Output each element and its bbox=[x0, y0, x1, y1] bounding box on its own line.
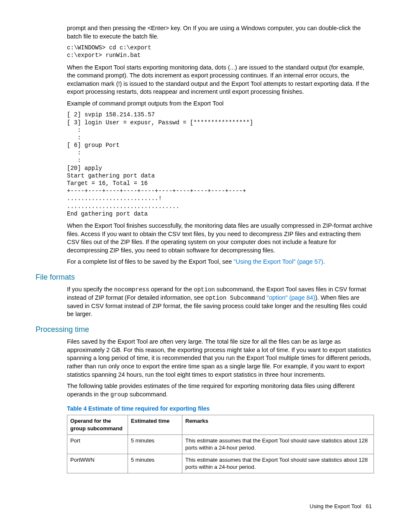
intro-p5-pre: For a complete list of files to be saved… bbox=[67, 258, 234, 265]
file-formats-p1: If you specify the nocompress operand fo… bbox=[67, 285, 374, 319]
intro-p1: prompt and then pressing the <Enter> key… bbox=[67, 24, 374, 41]
link-using-export-tool[interactable]: "Using the Export Tool" (page 57) bbox=[234, 258, 323, 265]
footer-text: Using the Export Tool bbox=[309, 503, 361, 509]
table-header-row: Operand for the group subcommand Estimat… bbox=[67, 415, 374, 434]
cell-time: 5 minutes bbox=[128, 454, 182, 473]
ff-text-b: operand for the bbox=[149, 286, 194, 293]
heading-processing-time: Processing time bbox=[36, 324, 374, 334]
cell-remarks: This estimate assumes that the Export To… bbox=[182, 434, 374, 454]
th-operand: Operand for the group subcommand bbox=[67, 415, 128, 434]
table-row: Port 5 minutes This estimate assumes tha… bbox=[67, 434, 374, 454]
file-formats-section: If you specify the nocompress operand fo… bbox=[67, 285, 374, 319]
code-group: group bbox=[110, 391, 128, 398]
th-time: Estimated time bbox=[128, 415, 182, 434]
intro-p5: For a complete list of files to be saved… bbox=[67, 258, 374, 266]
intro-section: prompt and then pressing the <Enter> key… bbox=[67, 24, 374, 266]
code-option: option bbox=[194, 286, 215, 293]
pt-p2: The following table provides estimates o… bbox=[67, 382, 374, 398]
pt-p1: Files saved by the Export Tool are often… bbox=[67, 338, 374, 379]
intro-p4: When the Export Tool finishes successful… bbox=[67, 222, 374, 254]
table-title: Table 4 Estimate of time required for ex… bbox=[67, 405, 374, 413]
footer-page: 61 bbox=[366, 503, 372, 509]
intro-p2: When the Export Tool starts exporting mo… bbox=[67, 64, 374, 96]
heading-file-formats: File formats bbox=[36, 272, 374, 282]
estimate-table: Operand for the group subcommand Estimat… bbox=[67, 415, 374, 473]
th-remarks: Remarks bbox=[182, 415, 374, 434]
intro-p3: Example of command prompt outputs from t… bbox=[67, 100, 374, 108]
cell-operand: Port bbox=[67, 434, 128, 454]
pt-p2-b: subcommand. bbox=[128, 391, 168, 398]
cell-time: 5 minutes bbox=[128, 434, 182, 454]
cell-operand: PortWWN bbox=[67, 454, 128, 473]
page-footer: Using the Export Tool 61 bbox=[36, 503, 374, 510]
link-option-page84[interactable]: "option" (page 84) bbox=[265, 294, 315, 301]
processing-time-section: Files saved by the Export Tool are often… bbox=[67, 338, 374, 473]
ff-text-a: If you specify the bbox=[67, 286, 114, 293]
code-option-subcommand: option Subcommand bbox=[205, 295, 265, 301]
code-cd-export: c:\WINDOWS> cd c:\export c:\export> runW… bbox=[67, 44, 374, 59]
cell-remarks: This estimate assumes that the Export To… bbox=[182, 454, 374, 473]
code-nocompress: nocompress bbox=[114, 286, 149, 293]
intro-p5-post: . bbox=[323, 258, 325, 265]
table-row: PortWWN 5 minutes This estimate assumes … bbox=[67, 454, 374, 473]
code-export-output: [ 2] svpip 158.214.135.57 [ 3] login Use… bbox=[67, 111, 374, 218]
